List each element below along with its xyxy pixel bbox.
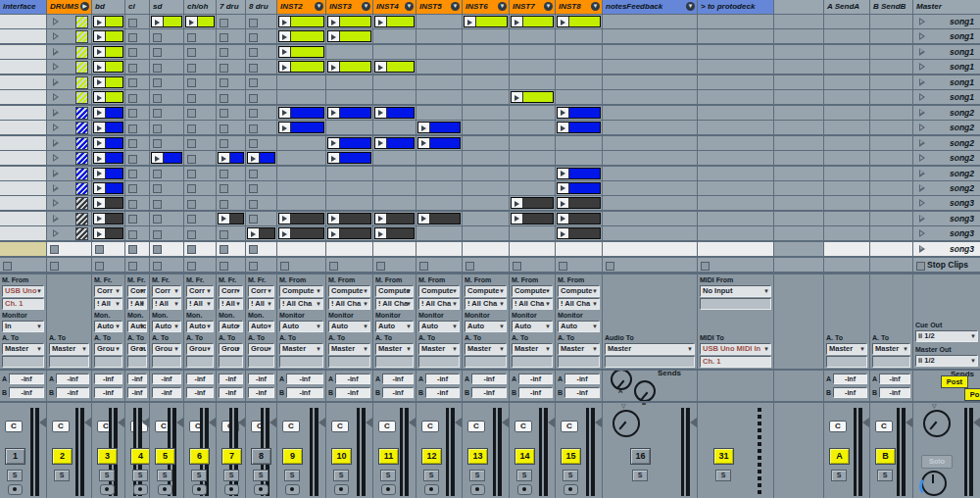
volume-fader-handle[interactable] — [906, 418, 912, 427]
clip-slot-spacer[interactable] — [774, 15, 823, 28]
clip-slot-send-b[interactable] — [870, 167, 912, 180]
stop-slot-ch-oh[interactable] — [184, 258, 216, 272]
clip-slot-inst6[interactable] — [463, 60, 509, 74]
clip-stop-button[interactable] — [187, 109, 196, 118]
solo-button[interactable]: S — [253, 470, 269, 481]
clip-launch-icon[interactable] — [94, 138, 106, 148]
clip-slot-inst2[interactable] — [277, 196, 325, 210]
solo-button[interactable]: S — [54, 470, 70, 481]
monitor-select[interactable]: Auto▼ — [328, 321, 370, 332]
clip-slot-notesfeedback[interactable] — [603, 136, 697, 150]
clip-slot-7dru[interactable] — [217, 242, 245, 256]
stop-slot-send-a[interactable] — [824, 258, 869, 272]
clip-slot-drums[interactable] — [47, 242, 91, 256]
clip-slot-drums[interactable] — [47, 106, 91, 120]
clip[interactable] — [247, 152, 275, 164]
volume-a-value[interactable]: -inf — [127, 374, 147, 384]
chevron-down-icon[interactable]: ▼ — [544, 2, 553, 11]
track-activator-notesfeedback[interactable]: 16 — [630, 448, 651, 465]
clip-slot-inst4[interactable] — [373, 167, 416, 180]
clip[interactable] — [278, 46, 324, 58]
clip-stop-button[interactable] — [153, 184, 162, 193]
clip-stop-button[interactable] — [187, 245, 196, 254]
clip-stop-button[interactable] — [153, 200, 162, 209]
clip-slot-sd[interactable] — [150, 196, 183, 210]
chevron-down-icon[interactable]: ▼ — [451, 2, 460, 11]
clip-slot-inst7[interactable] — [510, 15, 555, 28]
solo-button[interactable]: S — [877, 470, 893, 481]
clip-slot-inst8[interactable] — [556, 196, 602, 210]
input-channel-select[interactable]: ⁞ All Cha▼ — [328, 298, 370, 310]
clip-launch-icon[interactable] — [219, 153, 230, 163]
stop-slot-master[interactable]: Stop Clips — [913, 258, 980, 272]
clip-stop-button[interactable] — [187, 139, 196, 148]
volume-a-value[interactable]: -inf — [219, 374, 243, 384]
clip-slot-ch-oh[interactable] — [184, 90, 216, 104]
clip-slot-notesfeedback[interactable] — [603, 196, 697, 210]
clip-slot-interface[interactable] — [0, 226, 46, 240]
stop-slot-7dru[interactable] — [217, 258, 245, 272]
clip-slot-bd[interactable] — [92, 167, 124, 180]
output-channel-box[interactable] — [375, 356, 414, 368]
clip-slot-cl[interactable] — [125, 196, 149, 210]
clip-slot-bd[interactable] — [92, 90, 124, 104]
clip-slot-inst3[interactable] — [326, 151, 372, 165]
output-to-select[interactable]: Grou▼ — [127, 343, 147, 355]
clip-slot-inst8[interactable] — [556, 151, 602, 165]
clip-launch-icon[interactable] — [328, 31, 340, 41]
clip-slot-interface[interactable] — [0, 151, 46, 165]
clip-slot-inst7[interactable] — [510, 136, 555, 150]
clip-slot-interface[interactable] — [0, 60, 46, 74]
stop-all-icon[interactable] — [916, 262, 925, 271]
clip-slot-inst6[interactable] — [463, 106, 509, 120]
clip-slot-sd[interactable] — [150, 106, 183, 120]
clip-slot-inst7[interactable] — [510, 242, 555, 256]
clip-slot-inst8[interactable] — [556, 167, 602, 180]
clip-slot-notesfeedback[interactable] — [603, 167, 697, 180]
clip-slot-send-b[interactable] — [870, 226, 912, 240]
clip-launch-icon[interactable] — [558, 214, 569, 224]
clip-slot-send-b[interactable] — [870, 60, 912, 74]
volume-fader-handle[interactable] — [39, 418, 46, 427]
midi-from-select[interactable]: Compute▼ — [418, 285, 460, 297]
clip-slot-cl[interactable] — [125, 151, 149, 165]
clip-stop-button[interactable] — [187, 48, 196, 57]
track-header-notesfeedback[interactable]: notesFeedback▼ — [603, 0, 697, 14]
clip-slot-7dru[interactable] — [217, 29, 245, 43]
clip-slot-inst6[interactable] — [463, 212, 509, 225]
output-to-select[interactable]: Master▼ — [512, 343, 553, 355]
clip-slot-to-protodeck[interactable] — [698, 121, 773, 134]
clip-slot-inst7[interactable] — [510, 29, 555, 43]
clip[interactable] — [374, 213, 415, 224]
master-out-select[interactable]: ii 1/2▼ — [915, 355, 978, 367]
clip-slot-to-protodeck[interactable] — [698, 106, 773, 120]
arm-record-button[interactable] — [100, 484, 115, 495]
master-solo-button[interactable]: Solo — [921, 455, 953, 469]
track-header-drums[interactable]: DRUMS▶ — [47, 0, 91, 14]
clip-launch-icon[interactable] — [94, 47, 106, 57]
scene-launch-icon[interactable] — [53, 109, 59, 117]
clip-stop-button[interactable] — [220, 184, 228, 193]
clip-launch-icon[interactable] — [279, 17, 291, 26]
clip-stop-button[interactable] — [220, 124, 228, 133]
clip-slot-send-a[interactable] — [824, 242, 869, 256]
volume-b-value[interactable]: -inf — [9, 387, 44, 398]
output-to-select[interactable]: Master▼ — [826, 343, 867, 355]
solo-button[interactable]: S — [563, 470, 578, 481]
clip-slot-send-a[interactable] — [824, 181, 869, 195]
clip-slot-bd[interactable] — [92, 181, 124, 195]
output-to-select[interactable]: Grou▼ — [152, 343, 181, 355]
clip-stop-button[interactable] — [249, 170, 258, 178]
clip[interactable] — [557, 16, 601, 27]
cue-volume-knob[interactable] — [921, 471, 947, 496]
monitor-select[interactable]: In▼ — [2, 321, 44, 332]
solo-button[interactable]: S — [284, 470, 300, 481]
monitor-select[interactable]: Auto▼ — [152, 321, 181, 332]
clip-slot-7dru[interactable] — [217, 167, 245, 180]
clip[interactable] — [93, 46, 123, 58]
clip-slot-inst7[interactable] — [510, 212, 555, 225]
clip-slot-send-b[interactable] — [870, 196, 912, 210]
clip-slot-send-a[interactable] — [824, 196, 869, 210]
clip-stop-button[interactable] — [187, 124, 196, 133]
clip-slot-send-b[interactable] — [870, 45, 912, 59]
